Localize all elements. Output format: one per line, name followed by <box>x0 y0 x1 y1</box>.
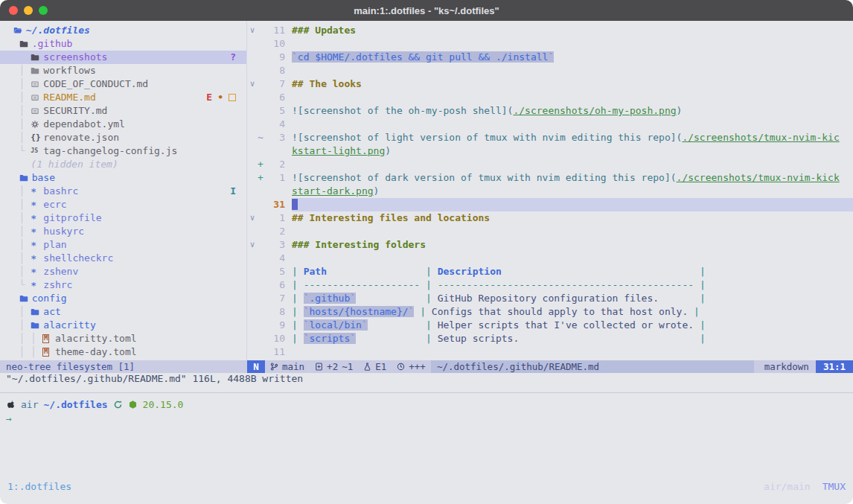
editor-line[interactable]: kstart-light.png) <box>247 144 853 158</box>
tree-item[interactable]: .github <box>0 37 246 51</box>
text-segment: ) <box>677 105 683 116</box>
tree-item-label: base <box>32 171 55 185</box>
line-number: 9 <box>266 319 285 332</box>
neotree-sidebar[interactable]: ~/.dotfiles .github screenshots? │ workf… <box>0 21 247 360</box>
fold-column <box>247 292 258 305</box>
editor-line[interactable]: start-dark.png) <box>247 185 853 198</box>
tree-item[interactable]: │ dependabot.yml <box>0 118 246 131</box>
editor-line[interactable]: 10| `scripts` | Setup scripts. | <box>247 332 853 345</box>
tree-item[interactable]: config <box>0 292 246 305</box>
editor-line[interactable]: 9`cd $HOME/.dotfiles && git pull && ./in… <box>247 51 853 64</box>
editor-line[interactable]: 8 <box>247 64 853 77</box>
tree-item[interactable]: │ workflows <box>0 64 246 77</box>
fold-column <box>247 37 258 51</box>
editor-line[interactable]: ∨7## The looks <box>247 77 853 91</box>
tree-item[interactable]: base <box>0 171 246 185</box>
gitsign-column <box>258 211 266 225</box>
text-segment: ` <box>292 51 298 63</box>
badge: • <box>217 91 223 104</box>
close-button[interactable] <box>9 6 18 15</box>
tree-item[interactable]: │ SECURITY.md <box>0 104 246 118</box>
fold-column <box>247 252 258 265</box>
editor-line[interactable]: 11 <box>247 345 853 359</box>
editor-line[interactable]: 4 <box>247 118 853 131</box>
tree-item[interactable]: └ JStag-changelog-config.js <box>0 144 246 158</box>
tmux-pane-divider[interactable] <box>0 392 853 393</box>
text-segment: ![screenshot of the oh-my-posh shell]( <box>292 105 513 116</box>
tree-item[interactable]: │ *ecrc <box>0 198 246 211</box>
tree-guide <box>7 51 31 64</box>
tree-item[interactable]: │ *shellcheckrc <box>0 252 246 265</box>
gitsign-column <box>258 64 266 77</box>
text-segment: | <box>694 279 706 290</box>
fold-chevron-icon[interactable]: ∨ <box>247 211 258 225</box>
editor-line[interactable]: 31 <box>247 198 853 211</box>
tree-item[interactable]: ~/.dotfiles <box>0 24 246 37</box>
editor-line[interactable]: +1![screenshot of dark version of tmux w… <box>247 171 853 185</box>
text-segment: ![screenshot of light version of tmux wi… <box>292 132 682 143</box>
editor-line[interactable]: 8| `hosts/{hostname}/` | Configs that sh… <box>247 305 853 319</box>
tree-item[interactable]: │ │ Mtheme-day.toml <box>0 345 246 359</box>
line-number: 10 <box>266 332 285 345</box>
line-number: 7 <box>266 292 285 305</box>
tree-item[interactable]: │ *bashrcI <box>0 185 246 198</box>
star-icon: * <box>31 227 43 237</box>
tree-item-label: alacritty <box>43 319 95 332</box>
tree-guide <box>7 158 31 171</box>
tree-item[interactable]: │ *huskyrc <box>0 225 246 238</box>
gitsign-column: + <box>258 171 266 185</box>
tree-item[interactable]: │ *gitprofile <box>0 211 246 225</box>
folder-icon <box>19 39 32 48</box>
title-bar[interactable]: main:1:.dotfiles - "ks~/.dotfiles" <box>0 0 853 21</box>
editor-line[interactable]: 9| `local/bin` | Helper scripts that I'v… <box>247 319 853 332</box>
editor-line[interactable]: +2 <box>247 158 853 171</box>
editor-line[interactable]: 4 <box>247 252 853 265</box>
editor-line[interactable]: ~3![screenshot of light version of tmux … <box>247 131 853 144</box>
zoom-button[interactable] <box>39 6 48 15</box>
editor-line[interactable]: ∨1## Interesting files and locations <box>247 211 853 225</box>
editor-line[interactable]: ∨11### Updates <box>247 24 853 37</box>
tree-item[interactable]: └ *zshrc <box>0 278 246 292</box>
editor-line[interactable]: 6 <box>247 91 853 104</box>
tmux-window-tab[interactable]: 1:.dotfiles <box>7 479 71 494</box>
diff-segment: +2 ~1 <box>310 360 358 373</box>
line-text: kstart-light.png) <box>292 144 853 158</box>
text-segment: | <box>420 279 437 290</box>
editor-line[interactable]: 2 <box>247 225 853 238</box>
tree-item[interactable]: │ alacritty <box>0 319 246 332</box>
tree-item[interactable]: │ {}renovate.json <box>0 131 246 144</box>
folder-icon <box>19 173 32 182</box>
window-title: main:1:.dotfiles - "ks~/.dotfiles" <box>354 5 499 16</box>
editor-line[interactable]: 7| `.github` | GitHub Repository configu… <box>247 292 853 305</box>
tree-item[interactable]: │ README.mdE• <box>0 91 246 104</box>
tree-item[interactable]: (1 hidden item) <box>0 158 246 171</box>
minimize-button[interactable] <box>24 6 33 15</box>
editor-line[interactable]: 6| -------------------- | --------------… <box>247 278 853 292</box>
text-segment: | <box>420 293 437 304</box>
tree-item[interactable]: │ │ Malacritty.toml <box>0 332 246 345</box>
fold-chevron-icon[interactable]: ∨ <box>247 238 258 252</box>
tree-item[interactable]: │ *zshenv <box>0 265 246 278</box>
tree-item[interactable]: screenshots? <box>0 51 246 64</box>
editor-pane[interactable]: ∨11### Updates109`cd $HOME/.dotfiles && … <box>247 21 853 360</box>
line-text: ## The looks <box>292 77 853 91</box>
text-segment: GitHub Repository configuration files. <box>438 293 659 304</box>
tree-item[interactable]: │ CODE_OF_CONDUCT.md <box>0 77 246 91</box>
editor-line[interactable]: ∨3### Interesting folders <box>247 238 853 252</box>
editor-line[interactable]: 5| Path | Description | <box>247 265 853 278</box>
tree-item[interactable]: │ act <box>0 305 246 319</box>
fold-chevron-icon[interactable]: ∨ <box>247 77 258 91</box>
gear-icon <box>31 120 43 129</box>
text-segment: | <box>694 293 706 304</box>
text-segment: | <box>292 319 304 331</box>
tree-item[interactable]: │ *plan <box>0 238 246 252</box>
tree-guide: │ <box>7 225 31 238</box>
fold-chevron-icon[interactable]: ∨ <box>247 24 258 37</box>
editor-line[interactable]: 5![screenshot of the oh-my-posh shell](.… <box>247 104 853 118</box>
editor-line[interactable]: 10 <box>247 37 853 51</box>
tree-guide: │ <box>7 118 31 131</box>
tree-item-label: renovate.json <box>43 131 119 144</box>
text-segment: ----------------------------------------… <box>438 279 694 290</box>
doc-icon <box>31 80 43 89</box>
prompt-path: ~/.dotfiles <box>43 399 107 410</box>
